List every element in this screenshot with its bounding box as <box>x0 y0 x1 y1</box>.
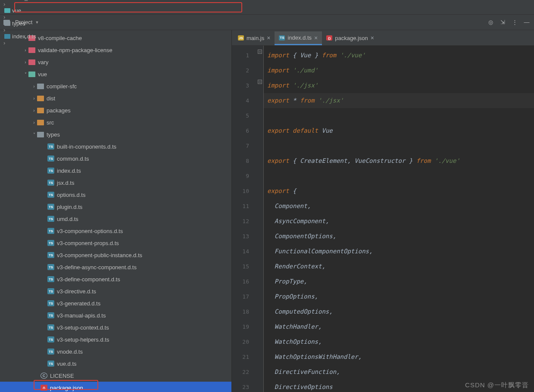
close-icon[interactable]: × <box>371 34 374 41</box>
code-line[interactable]: export { <box>267 187 296 194</box>
tree-item[interactable]: TSv3-setup-helpers.d.ts <box>0 333 231 345</box>
code-line[interactable]: export { CreateElement, VueConstructor }… <box>267 157 460 164</box>
tree-label: vnode.d.ts <box>57 348 83 355</box>
code-content[interactable]: import { Vue } from './vue' import './um… <box>264 46 534 392</box>
tree-item[interactable]: TSoptions.d.ts <box>0 189 231 201</box>
collapse-icon[interactable]: ⇲ <box>499 19 506 26</box>
close-icon[interactable]: × <box>267 34 270 41</box>
editor-tab[interactable]: JSmain.js× <box>234 31 275 45</box>
expand-arrow-icon[interactable]: › <box>31 84 37 89</box>
code-line[interactable]: import { Vue } from './vue' <box>267 52 365 59</box>
expand-arrow-icon[interactable]: › <box>31 120 37 125</box>
code-line[interactable]: import './jsx' <box>267 82 318 89</box>
tree-item[interactable]: ›dist <box>0 92 231 104</box>
tab-label: main.js <box>247 35 264 41</box>
code-line[interactable]: export default Vue <box>267 127 333 134</box>
line-number: 5 <box>232 108 249 123</box>
tree-item[interactable]: TSv3-setup-context.d.ts <box>0 321 231 333</box>
fold-marker-icon[interactable]: − <box>258 80 262 84</box>
expand-arrow-icon[interactable]: ˅ <box>31 132 37 137</box>
tree-label: types <box>47 131 60 138</box>
editor-tab[interactable]: {}package.json× <box>322 31 378 45</box>
code-line[interactable]: FunctionalComponentOptions, <box>267 248 372 255</box>
code-line[interactable]: export * from './jsx' <box>264 93 534 108</box>
code-line[interactable]: PropType, <box>267 278 307 285</box>
code-line[interactable]: Component, <box>267 202 311 209</box>
tree-item[interactable]: CLICENSE <box>0 370 231 382</box>
code-line[interactable]: RenderContext, <box>267 263 325 270</box>
tree-label: vary <box>38 59 49 65</box>
expand-arrow-icon[interactable]: › <box>22 60 28 65</box>
folder-icon <box>37 132 44 137</box>
minimize-icon[interactable]: — <box>523 19 531 26</box>
tree-item[interactable]: TSvnode.d.ts <box>0 345 231 358</box>
breadcrumb-item[interactable]: node_modules <box>3 0 50 1</box>
line-number: 15 <box>232 259 249 274</box>
ts-file-icon: TS <box>47 180 54 186</box>
folder-icon <box>37 108 44 113</box>
code-line[interactable]: DirectiveFunction, <box>267 368 340 375</box>
tree-item[interactable]: TSbuilt-in-components.d.ts <box>0 140 231 152</box>
tree-label: validate-npm-package-license <box>38 47 112 53</box>
breadcrumb-item[interactable]: types <box>3 20 50 27</box>
code-line[interactable]: DirectiveOptions <box>267 383 333 390</box>
code-line[interactable]: WatchOptionsWithHandler, <box>267 353 362 360</box>
project-tree[interactable]: ›v8-compile-cache›validate-npm-package-l… <box>0 30 232 392</box>
code-line[interactable]: ComputedOptions, <box>267 308 333 315</box>
tree-item[interactable]: TSumd.d.ts <box>0 213 231 225</box>
tree-item[interactable]: ˅vue <box>0 68 231 80</box>
ts-file-icon: TS <box>47 348 54 355</box>
tree-label: common.d.ts <box>57 156 89 162</box>
tree-item[interactable]: TSplugin.d.ts <box>0 201 231 213</box>
file-icon <box>4 34 10 39</box>
tree-item[interactable]: ›compiler-sfc <box>0 80 231 92</box>
tree-item[interactable]: ›vary <box>0 56 231 68</box>
tree-item[interactable]: TSv3-manual-apis.d.ts <box>0 309 231 321</box>
tree-item[interactable]: TSv3-component-public-instance.d.ts <box>0 249 231 261</box>
tree-label: built-in-components.d.ts <box>57 143 116 150</box>
tree-item[interactable]: TSv3-define-component.d.ts <box>0 273 231 285</box>
tree-item[interactable]: TSv3-component-props.d.ts <box>0 237 231 249</box>
tree-item[interactable]: ›src <box>0 116 231 128</box>
editor-tab[interactable]: TSindex.d.ts× <box>275 31 322 45</box>
target-icon[interactable]: ◎ <box>487 19 494 26</box>
code-line[interactable]: AsyncComponent, <box>267 218 329 224</box>
tree-label: src <box>47 119 54 126</box>
tree-item[interactable]: TSindex.d.ts <box>0 165 231 177</box>
tree-item[interactable]: TSv3-directive.d.ts <box>0 285 231 297</box>
line-number: 21 <box>232 349 249 364</box>
code-line[interactable]: WatchHandler, <box>267 323 322 330</box>
code-line[interactable]: WatchOptions, <box>267 338 322 345</box>
fold-marker-icon[interactable]: − <box>258 50 262 54</box>
tree-label: v3-manual-apis.d.ts <box>57 312 106 319</box>
tree-item[interactable]: ›packages <box>0 104 231 116</box>
ts-file-icon: TS <box>47 288 54 294</box>
tree-item[interactable]: TSv3-define-async-component.d.ts <box>0 261 231 273</box>
line-number: 9 <box>232 168 249 184</box>
tree-item[interactable]: TSv3-generated.d.ts <box>0 297 231 309</box>
code-line[interactable]: ComponentOptions, <box>267 233 336 240</box>
expand-arrow-icon[interactable]: › <box>31 108 37 113</box>
breadcrumb-item[interactable]: vue <box>3 7 50 14</box>
breadcrumb: chenjindemo›vuetest›node_modules›vue›typ… <box>0 0 534 15</box>
tree-item[interactable]: TSv3-component-options.d.ts <box>0 225 231 237</box>
expand-arrow-icon[interactable]: › <box>31 96 37 101</box>
breadcrumb-label: types <box>12 20 25 27</box>
tree-item[interactable]: ˅types <box>0 128 231 140</box>
more-icon[interactable]: ⋮ <box>511 19 518 26</box>
breadcrumb-item[interactable]: index.d.ts <box>3 33 50 40</box>
tree-item[interactable]: TSvue.d.ts <box>0 358 231 370</box>
code-line[interactable]: import './umd' <box>267 67 318 74</box>
tree-item[interactable]: TSjsx.d.ts <box>0 177 231 189</box>
tree-item[interactable]: TScommon.d.ts <box>0 152 231 165</box>
code-line[interactable]: PropOptions, <box>267 293 318 300</box>
expand-arrow-icon[interactable]: › <box>22 48 28 53</box>
chevron-right-icon: › <box>3 40 6 46</box>
ts-file-icon: TS <box>47 300 54 306</box>
tree-item[interactable]: {}package.json <box>0 382 231 392</box>
line-number: 12 <box>232 214 249 229</box>
fold-column[interactable]: − − <box>257 46 264 392</box>
line-number: 10 <box>232 184 249 199</box>
expand-arrow-icon[interactable]: ˅ <box>22 72 28 77</box>
close-icon[interactable]: × <box>314 34 318 41</box>
